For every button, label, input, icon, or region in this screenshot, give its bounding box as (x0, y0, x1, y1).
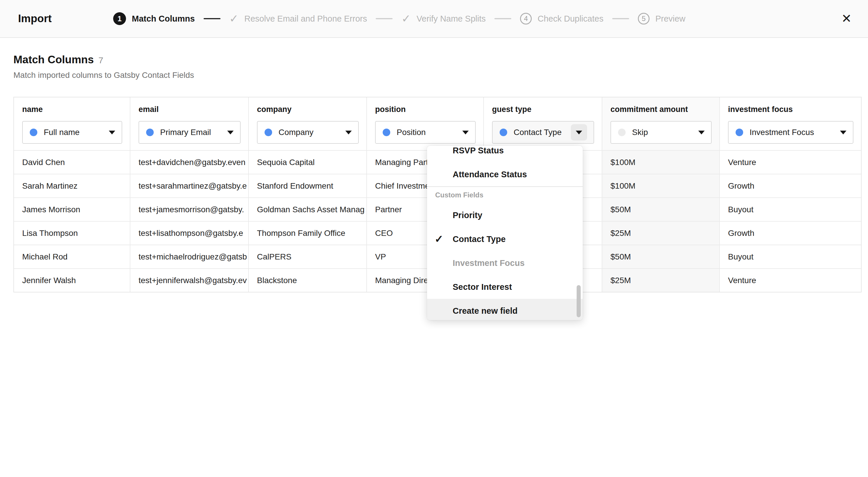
mapped-field-dot (736, 129, 743, 136)
section-subtitle: Match imported columns to Gatsby Contact… (13, 70, 868, 80)
mapped-field-dot (30, 129, 37, 136)
field-select-email[interactable]: Primary Email (138, 121, 241, 144)
menu-item-sector-interest[interactable]: Sector Interest (427, 275, 583, 299)
step-connector (612, 18, 629, 19)
step-connector (494, 18, 511, 19)
menu-item-attendance-status[interactable]: Attendance Status (427, 162, 583, 186)
column-header-name: name Full name (14, 97, 130, 150)
table-cell: James Morrison (14, 198, 130, 221)
table-cell: Sequoia Capital (249, 151, 367, 174)
chevron-down-icon (345, 131, 352, 134)
column-header-guest-type: guest type Contact Type (484, 97, 602, 150)
menu-item-rsvp-status[interactable]: RSVP Status (427, 146, 583, 162)
table-cell: Stanford Endowment (249, 174, 367, 197)
field-select-investment-focus[interactable]: Investment Focus (728, 121, 854, 144)
table-cell: test+jenniferwalsh@gatsby.ev (130, 269, 249, 292)
mapped-field-dot (500, 129, 507, 136)
step-connector (204, 18, 220, 19)
table-cell: test+sarahmartinez@gatsby.e (130, 174, 249, 197)
step-preview[interactable]: 5 Preview (638, 13, 685, 25)
check-icon: ✓ (435, 233, 443, 245)
step-label: Resolve Email and Phone Errors (244, 14, 367, 24)
table-cell: test+lisathompson@gatsby.e (130, 222, 249, 245)
field-select-guest-type[interactable]: Contact Type (492, 121, 594, 144)
step-match-columns[interactable]: 1 Match Columns (113, 12, 195, 25)
table-cell: Venture (720, 269, 861, 292)
column-header-position: position Position (367, 97, 484, 150)
table-cell: Buyout (720, 245, 861, 268)
chevron-down-icon (840, 131, 846, 134)
table-cell: test+davidchen@gatsby.even (130, 151, 249, 174)
field-select-company[interactable]: Company (257, 121, 359, 144)
table-cell: Venture (720, 151, 861, 174)
skip-field-dot (618, 129, 626, 136)
table-cell: $100M (602, 174, 720, 197)
table-cell: Growth (720, 222, 861, 245)
table-cell: $25M (602, 269, 720, 292)
table-cell: Goldman Sachs Asset Manag (249, 198, 367, 221)
table-cell: $50M (602, 198, 720, 221)
table-cell: test+michaelrodriguez@gatsb (130, 245, 249, 268)
wizard-header: Import 1 Match Columns ✓ Resolve Email a… (0, 0, 868, 38)
column-header-company: company Company (249, 97, 367, 150)
step-verify-name-splits[interactable]: ✓ Verify Name Splits (401, 13, 486, 24)
field-dropdown-list: RSVP Status Attendance Status Custom Fie… (427, 146, 583, 320)
table-cell: Blackstone (249, 269, 367, 292)
menu-item-priority[interactable]: Priority (427, 203, 583, 227)
mapped-field-dot (383, 129, 390, 136)
table-cell: Jennifer Walsh (14, 269, 130, 292)
step-label: Check Duplicates (537, 14, 603, 24)
field-select-name[interactable]: Full name (22, 121, 122, 144)
table-cell: $25M (602, 222, 720, 245)
step-check-duplicates[interactable]: 4 Check Duplicates (520, 13, 603, 25)
chevron-down-icon (227, 131, 234, 134)
mapped-field-dot (146, 129, 154, 136)
table-cell: Buyout (720, 198, 861, 221)
table-cell: David Chen (14, 151, 130, 174)
step-resolve-errors[interactable]: ✓ Resolve Email and Phone Errors (229, 13, 367, 24)
match-columns-section: Match Columns 7 Match imported columns t… (0, 54, 868, 80)
chevron-down-icon (462, 131, 469, 134)
import-wizard: Import 1 Match Columns ✓ Resolve Email a… (0, 0, 868, 477)
mapped-field-dot (265, 129, 272, 136)
column-header-commitment-amount: commitment amount Skip (602, 97, 720, 150)
menu-group-label: Custom Fields (427, 187, 583, 203)
table-header-row: name Full name email Primary Email compa… (14, 97, 861, 151)
table-cell: CalPERS (249, 245, 367, 268)
field-select-position[interactable]: Position (375, 121, 476, 144)
step-label: Verify Name Splits (416, 14, 486, 24)
section-heading: Match Columns 7 (13, 54, 868, 66)
table-cell: Growth (720, 174, 861, 197)
column-count: 7 (98, 55, 103, 65)
check-icon: ✓ (401, 13, 411, 24)
field-dropdown-menu: RSVP Status Attendance Status Custom Fie… (427, 146, 583, 320)
scrollbar-thumb[interactable] (577, 285, 581, 317)
table-cell: test+jamesmorrison@gatsby. (130, 198, 249, 221)
check-icon: ✓ (229, 13, 239, 24)
chevron-down-icon (698, 131, 705, 134)
table-cell: Michael Rod (14, 245, 130, 268)
step-label: Preview (655, 14, 685, 24)
page-title: Import (0, 12, 113, 25)
step-connector (376, 18, 393, 19)
step-indicator: 1 Match Columns ✓ Resolve Email and Phon… (113, 12, 685, 25)
table-cell: Lisa Thompson (14, 222, 130, 245)
column-header-investment-focus: investment focus Investment Focus (720, 97, 861, 150)
section-title: Match Columns (13, 54, 94, 66)
table-cell: $50M (602, 245, 720, 268)
menu-item-investment-focus[interactable]: Investment Focus (427, 251, 583, 275)
step-label: Match Columns (132, 14, 195, 24)
close-icon[interactable]: ✕ (840, 11, 853, 26)
table-cell: $100M (602, 151, 720, 174)
chevron-down-icon (571, 124, 587, 140)
field-select-commitment-amount[interactable]: Skip (611, 121, 712, 144)
table-cell: Thompson Family Office (249, 222, 367, 245)
step-number-badge: 1 (113, 12, 126, 25)
chevron-down-icon (109, 131, 115, 134)
step-number-badge: 4 (520, 13, 532, 25)
step-number-badge: 5 (638, 13, 650, 25)
menu-item-contact-type[interactable]: ✓ Contact Type (427, 227, 583, 251)
menu-item-create-new-field[interactable]: Create new field (427, 299, 583, 320)
table-cell: Sarah Martinez (14, 174, 130, 197)
column-header-email: email Primary Email (130, 97, 249, 150)
